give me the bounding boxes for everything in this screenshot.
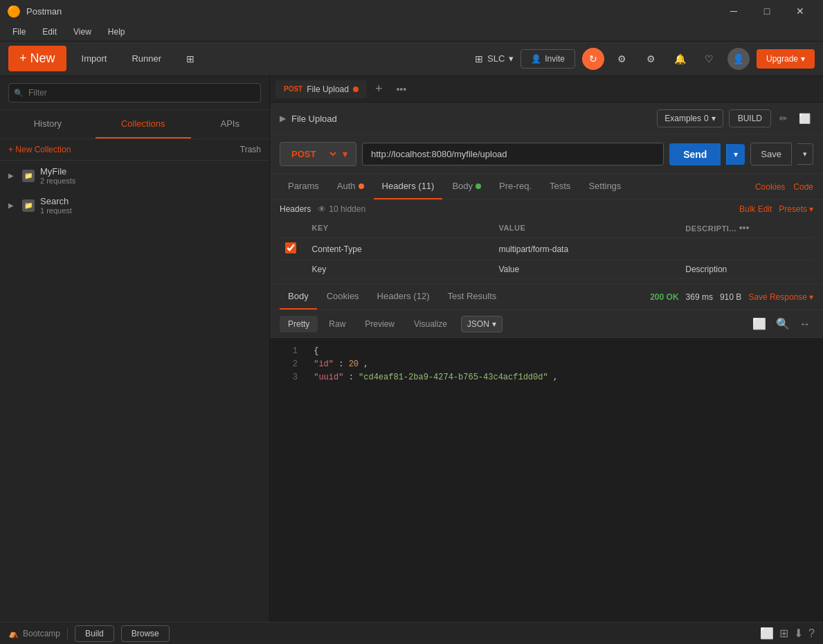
request-title-row: ▶ File Upload <box>280 114 337 124</box>
code-link[interactable]: Code <box>793 182 813 192</box>
presets-button[interactable]: Presets ▾ <box>779 204 813 214</box>
hidden-headers-toggle[interactable]: 👁 10 hidden <box>318 204 365 214</box>
filter-input[interactable] <box>8 83 261 102</box>
user-avatar[interactable]: 👤 <box>727 48 750 70</box>
header-desc-cell <box>680 238 813 260</box>
build-bar-button[interactable]: Build <box>75 625 114 642</box>
json-line-1: 1 { <box>284 345 809 358</box>
bottom-grid-icon[interactable]: ⊞ <box>779 627 788 640</box>
tab-headers[interactable]: Headers (11) <box>374 174 443 199</box>
workspace-selector[interactable]: ⊞ SLC ▾ <box>475 53 514 64</box>
tab-apis[interactable]: APIs <box>191 110 269 138</box>
key-placeholder-cell[interactable]: Key <box>307 260 494 279</box>
col-key: KEY <box>307 218 494 238</box>
send-dropdown-button[interactable]: ▾ <box>726 144 745 165</box>
bottom-download-icon[interactable]: ⬇ <box>794 627 803 640</box>
bottom-help-icon[interactable]: ? <box>808 627 815 640</box>
response-actions: ⬜ 🔍 ↔ <box>750 314 813 333</box>
window-controls: ─ □ ✕ <box>718 0 816 22</box>
add-request-tab-button[interactable]: + <box>370 79 388 99</box>
bottom-divider <box>67 628 68 639</box>
bell-icon[interactable]: 🔔 <box>669 48 691 70</box>
view-tab-raw[interactable]: Raw <box>320 316 354 332</box>
copy-icon[interactable]: ⬜ <box>796 110 813 127</box>
maximize-button[interactable]: □ <box>751 0 783 22</box>
new-button[interactable]: + New <box>8 46 66 71</box>
search-response-button[interactable]: 🔍 <box>773 314 793 333</box>
url-input[interactable] <box>362 143 664 166</box>
send-button[interactable]: Send <box>669 143 721 166</box>
columns-more-button[interactable]: ••• <box>739 222 750 233</box>
status-badge: 200 OK <box>650 292 678 302</box>
examples-dropdown-icon: ▾ <box>712 114 716 123</box>
tab-history[interactable]: History <box>0 110 96 138</box>
menu-edit[interactable]: Edit <box>35 24 64 39</box>
collection-myfile[interactable]: ▶ 📁 MyFile 2 requests <box>0 161 269 190</box>
collection-sub-2: 1 request <box>40 206 72 215</box>
bottom-table-icon[interactable]: ⬜ <box>760 627 774 640</box>
build-button[interactable]: BUILD <box>729 109 771 127</box>
tabs-more-button[interactable]: ••• <box>390 81 412 98</box>
tab-collections[interactable]: Collections <box>96 110 191 138</box>
settings-icon[interactable]: ⚙ <box>640 48 662 70</box>
runner-button[interactable]: Runner <box>122 48 171 69</box>
browse-bar-button[interactable]: Browse <box>121 625 170 642</box>
view-tab-preview[interactable]: Preview <box>356 316 403 332</box>
menu-help[interactable]: Help <box>101 24 132 39</box>
format-selector[interactable]: JSON ▾ <box>461 316 503 332</box>
sync-button[interactable]: ↻ <box>582 48 604 70</box>
response-tab-headers[interactable]: Headers (12) <box>369 284 438 310</box>
upgrade-button[interactable]: Upgrade ▾ <box>757 49 815 69</box>
collection-search[interactable]: ▶ 📁 Search 1 request <box>0 190 269 220</box>
request-tab-file-upload[interactable]: POST File Upload <box>275 80 367 98</box>
invite-button[interactable]: 👤 Invite <box>521 49 575 69</box>
close-button[interactable]: ✕ <box>784 0 816 22</box>
value-placeholder-cell[interactable]: Value <box>493 260 680 279</box>
header-key-cell[interactable]: Content-Type <box>307 238 494 260</box>
app-icon: 🟠 <box>7 5 21 18</box>
save-dropdown-button[interactable]: ▾ <box>797 143 813 165</box>
cookies-link[interactable]: Cookies <box>755 182 785 192</box>
tab-params[interactable]: Params <box>280 174 327 199</box>
tab-auth[interactable]: Auth <box>329 174 372 199</box>
header-row-checkbox[interactable] <box>285 242 296 253</box>
tab-settings[interactable]: Settings <box>580 174 629 199</box>
trash-button[interactable]: Trash <box>240 145 261 154</box>
response-tab-body[interactable]: Body <box>280 284 317 310</box>
wrap-lines-button[interactable]: ↔ <box>797 314 813 333</box>
json-line-3: 3 "uuid" : "cd4eaf81-2ba9-4274-b765-43c4… <box>284 371 809 384</box>
heart-icon[interactable]: ♡ <box>698 48 721 70</box>
tab-prereq[interactable]: Pre-req. <box>491 174 540 199</box>
menu-view[interactable]: View <box>66 24 98 39</box>
headers-table: KEY VALUE DESCRIPTI... ••• Content-Type <box>280 218 813 279</box>
upgrade-dropdown-icon: ▾ <box>801 54 805 64</box>
bootcamp-button[interactable]: ⛺ Bootcamp <box>8 629 60 638</box>
sidebar-actions: + New Collection Trash <box>0 139 269 161</box>
save-response-dropdown-icon: ▾ <box>809 292 813 302</box>
edit-icon[interactable]: ✏ <box>777 110 790 127</box>
menu-file[interactable]: File <box>6 24 33 39</box>
fork-icon[interactable]: ⚙ <box>611 48 633 70</box>
tab-tests[interactable]: Tests <box>541 174 579 199</box>
method-select-input[interactable]: POST GET PUT DELETE <box>289 148 338 160</box>
desc-placeholder-cell[interactable]: Description <box>680 260 813 279</box>
response-tab-test-results[interactable]: Test Results <box>439 284 505 310</box>
save-button[interactable]: Save <box>750 143 792 166</box>
import-button[interactable]: Import <box>72 48 117 69</box>
workspace-switcher-button[interactable]: ⊞ <box>177 48 204 70</box>
view-tab-visualize[interactable]: Visualize <box>406 316 455 332</box>
tab-body[interactable]: Body <box>444 174 489 199</box>
sidebar: History Collections APIs + New Collectio… <box>0 76 270 644</box>
collection-name: MyFile <box>40 166 75 177</box>
examples-button[interactable]: Examples 0 ▾ <box>657 109 723 127</box>
titlebar: 🟠 Postman ─ □ ✕ <box>0 0 823 22</box>
save-response-button[interactable]: Save Response ▾ <box>748 292 813 302</box>
bulk-edit-button[interactable]: Bulk Edit <box>739 204 772 214</box>
response-tab-cookies[interactable]: Cookies <box>318 284 368 310</box>
method-selector[interactable]: POST GET PUT DELETE ▾ <box>280 142 356 166</box>
view-tab-pretty[interactable]: Pretty <box>280 316 318 332</box>
header-value-cell[interactable]: multipart/form-data <box>493 238 680 260</box>
minimize-button[interactable]: ─ <box>718 0 750 22</box>
new-collection-button[interactable]: + New Collection <box>8 145 71 154</box>
copy-response-button[interactable]: ⬜ <box>750 314 769 333</box>
